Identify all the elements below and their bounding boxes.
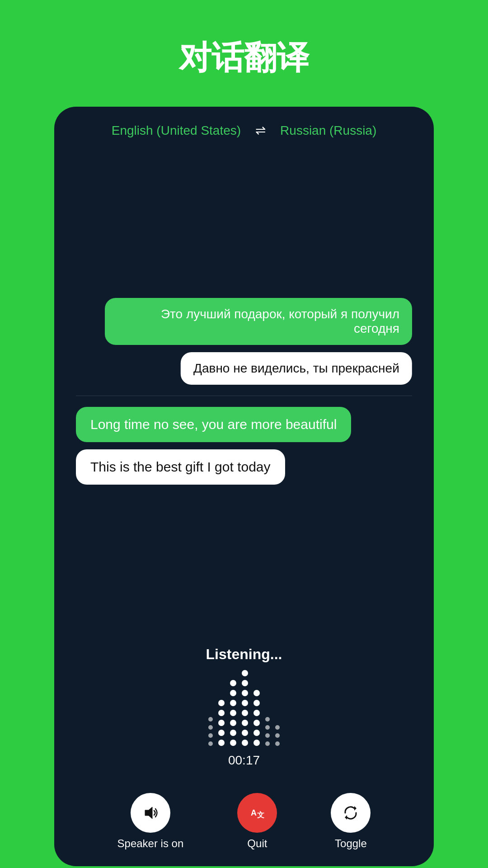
wave-col-1 (208, 717, 213, 746)
wave-col-2 (218, 700, 225, 746)
wave-col-7 (275, 725, 280, 746)
phone-card: English (United States) ⇌ Russian (Russi… (54, 107, 434, 866)
speaker-control: Speaker is on (117, 793, 184, 850)
bubble-english-white: This is the best gift I got today (76, 449, 285, 485)
chat-top: Это лучший подарок, который я получил се… (54, 149, 434, 396)
lang-left-label[interactable]: English (United States) (112, 123, 241, 138)
quit-button[interactable]: A 文 (237, 793, 277, 833)
waveform (208, 674, 280, 746)
page-title: 对话翻译 (179, 36, 309, 80)
speaker-label: Speaker is on (117, 837, 184, 850)
bubble-english-green: Long time no see, you are more beautiful (76, 407, 351, 442)
lang-header: English (United States) ⇌ Russian (Russi… (54, 107, 434, 149)
toggle-label: Toggle (335, 837, 367, 850)
speaker-button[interactable] (131, 793, 170, 833)
controls-bar: Speaker is on A 文 Quit (54, 784, 434, 866)
wave-col-6 (265, 717, 270, 746)
listening-label: Listening... (206, 646, 282, 663)
lang-right-label[interactable]: Russian (Russia) (280, 123, 376, 138)
wave-col-4 (242, 670, 248, 746)
toggle-button[interactable] (331, 793, 371, 833)
quit-control: A 文 Quit (237, 793, 277, 850)
listening-section: Listening... (54, 632, 434, 784)
svg-marker-0 (145, 807, 152, 819)
chat-bottom: Long time no see, you are more beautiful… (54, 396, 434, 632)
wave-col-3 (230, 680, 236, 746)
bubble-russian-green: Это лучший подарок, который я получил се… (105, 298, 412, 345)
svg-text:A: A (251, 808, 257, 817)
svg-marker-4 (345, 815, 347, 820)
swap-icon[interactable]: ⇌ (255, 123, 266, 138)
svg-marker-3 (354, 806, 357, 811)
timer-display: 00:17 (228, 753, 260, 768)
bubble-russian-white: Давно не виделись, ты прекрасней (181, 352, 412, 385)
svg-text:文: 文 (257, 811, 264, 819)
quit-label: Quit (247, 837, 267, 850)
wave-col-5 (253, 690, 260, 746)
toggle-control: Toggle (331, 793, 371, 850)
